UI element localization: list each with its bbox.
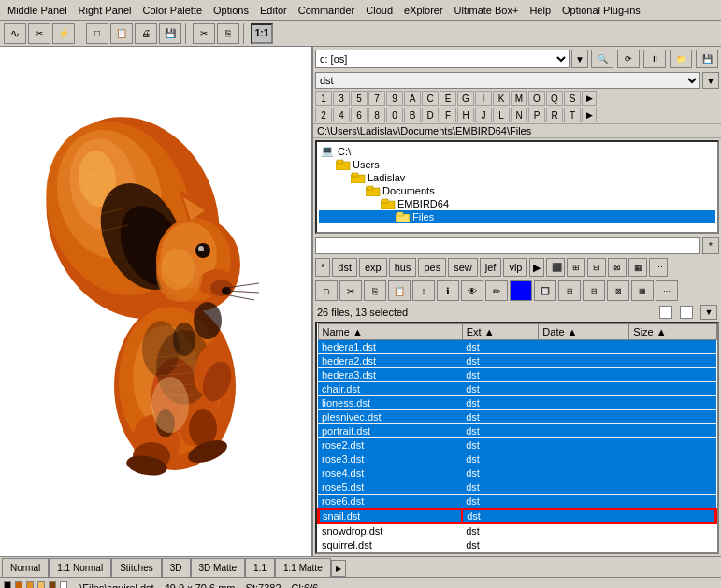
drive-icon1[interactable]: 🔍 <box>591 50 613 68</box>
num-M[interactable]: M <box>511 91 527 106</box>
tb2-icon4[interactable]: ▦ <box>631 280 654 301</box>
ext-sew-btn[interactable]: sew <box>448 258 478 277</box>
table-row[interactable]: snail.dstdst <box>318 509 716 523</box>
tb2-scissors-btn[interactable]: ✂ <box>339 280 362 301</box>
tb2-move-btn[interactable]: ↕ <box>412 280 435 301</box>
ext-arrow-btn[interactable]: ▼ <box>702 72 719 89</box>
num-S[interactable]: S <box>564 91 581 106</box>
num-A[interactable]: A <box>404 91 421 106</box>
filter-input[interactable] <box>315 237 700 254</box>
drive-icon4[interactable]: 📁 <box>670 50 692 68</box>
ext-select[interactable]: dst <box>315 72 700 89</box>
num-6[interactable]: 6 <box>351 108 368 122</box>
drive-icon2[interactable]: ⟳ <box>617 50 640 68</box>
tb2-edit-btn[interactable]: ✏ <box>485 280 508 301</box>
num-5[interactable]: 5 <box>351 91 368 106</box>
tree-item-documents[interactable]: Documents <box>319 184 715 197</box>
num-9[interactable]: 9 <box>386 91 403 106</box>
menu-ultimatebox[interactable]: Ultimate Box+ <box>449 3 525 18</box>
table-row[interactable]: hedera2.dstdst <box>318 354 716 368</box>
view-icon2[interactable]: ⊞ <box>567 258 585 277</box>
num-4[interactable]: 4 <box>333 108 350 122</box>
table-row[interactable]: rose5.dstdst <box>318 480 716 495</box>
ext-pes-btn[interactable]: pes <box>418 258 446 277</box>
num-H[interactable]: H <box>457 108 474 122</box>
menu-right-panel[interactable]: Right Panel <box>73 3 137 18</box>
num-O[interactable]: O <box>528 91 545 106</box>
toolbar-cursor-btn[interactable]: ✂ <box>28 23 50 44</box>
toolbar-cut-btn[interactable]: ✂ <box>193 23 215 44</box>
table-row[interactable]: portrait.dstdst <box>318 424 716 438</box>
num-3[interactable]: 3 <box>333 91 350 106</box>
ext-vip-btn[interactable]: vip <box>503 258 527 277</box>
tb2-color2[interactable]: 🔲 <box>534 280 556 301</box>
tab-1to1[interactable]: 1:1 <box>245 558 275 577</box>
drive-icon5[interactable]: 💾 <box>696 50 718 68</box>
tb2-paste-btn[interactable]: 📋 <box>388 280 411 301</box>
checkbox2[interactable] <box>680 306 693 319</box>
num-8[interactable]: 8 <box>368 108 385 122</box>
drive-icon3[interactable]: ⏸ <box>643 50 666 68</box>
col-date[interactable]: Date ▲ <box>539 324 629 340</box>
tb2-info-btn[interactable]: ℹ <box>437 280 459 301</box>
tb2-icon2[interactable]: ⊟ <box>583 280 605 301</box>
num-L[interactable]: L <box>493 108 510 122</box>
num-B[interactable]: B <box>404 108 421 122</box>
toolbar-save-btn[interactable]: 💾 <box>159 23 181 44</box>
table-row[interactable]: rose3.dstdst <box>318 452 716 466</box>
tb2-icon3[interactable]: ⊠ <box>607 280 629 301</box>
table-row[interactable]: squirrel.dstdst <box>318 538 716 552</box>
view-icon4[interactable]: ⊠ <box>608 258 627 277</box>
tab-stitches[interactable]: Stitches <box>111 558 162 577</box>
table-row[interactable]: rose4.dstdst <box>318 466 716 480</box>
table-row[interactable]: rose6.dstdst <box>318 495 716 509</box>
num-Q[interactable]: Q <box>546 91 563 106</box>
toolbar-wave-btn[interactable]: ∿ <box>4 23 26 44</box>
num-E[interactable]: E <box>440 91 456 106</box>
ext-hus-btn[interactable]: hus <box>389 258 417 277</box>
num-row1-arrow[interactable]: ▶ <box>582 91 597 106</box>
num-I[interactable]: I <box>475 91 492 106</box>
num-K[interactable]: K <box>493 91 510 106</box>
toolbar-magic-btn[interactable]: ⚡ <box>52 23 75 44</box>
num-C[interactable]: C <box>422 91 439 106</box>
tb2-icon5[interactable]: ⋯ <box>656 280 678 301</box>
num-G[interactable]: G <box>457 91 474 106</box>
tab-3d[interactable]: 3D <box>162 558 191 577</box>
menu-explorer[interactable]: eXplorer <box>398 3 449 18</box>
col-ext[interactable]: Ext ▲ <box>462 324 539 340</box>
num-P[interactable]: P <box>528 108 545 122</box>
checkbox1[interactable] <box>659 306 672 319</box>
toolbar-open-btn[interactable]: 📋 <box>110 23 133 44</box>
menu-help[interactable]: Help <box>524 3 556 18</box>
table-row[interactable]: hedera3.dstdst <box>318 368 716 382</box>
num-2[interactable]: 2 <box>315 108 332 122</box>
file-table-container[interactable]: Name ▲ Ext ▲ Date ▲ Size ▲ hedera1.dstds… <box>315 322 719 554</box>
table-row[interactable]: hedera1.dstdst <box>318 340 716 354</box>
table-row[interactable]: rose2.dstdst <box>318 438 716 452</box>
sort-dropdown-btn[interactable]: ▼ <box>700 305 717 320</box>
view-icon1[interactable]: ⬛ <box>546 258 565 277</box>
num-T[interactable]: T <box>564 108 581 122</box>
tab-1to1-normal[interactable]: 1:1 Normal <box>49 558 111 577</box>
num-0[interactable]: 0 <box>386 108 403 122</box>
col-size[interactable]: Size ▲ <box>629 324 716 340</box>
menu-options[interactable]: Options <box>208 3 254 18</box>
tb2-color1[interactable] <box>510 280 532 301</box>
num-1[interactable]: 1 <box>315 91 332 106</box>
tb2-icon1[interactable]: ⊞ <box>558 280 581 301</box>
menu-plugins[interactable]: Optional Plug-ins <box>556 3 646 18</box>
tree-item-users[interactable]: Users <box>319 158 715 171</box>
filter-star-btn[interactable]: * <box>702 237 719 254</box>
table-row[interactable]: plesnivec.dstdst <box>318 410 716 424</box>
tab-normal[interactable]: Normal <box>2 558 49 577</box>
tb2-view-btn[interactable]: 👁 <box>461 280 483 301</box>
ext-dst-btn[interactable]: dst <box>332 258 357 277</box>
menu-commander[interactable]: Commander <box>293 3 361 18</box>
toolbar-1to1-btn[interactable]: 1:1 <box>251 23 273 44</box>
tb2-copy-btn[interactable]: ⎘ <box>364 280 386 301</box>
tree-item-files[interactable]: Files <box>319 210 715 223</box>
num-7[interactable]: 7 <box>368 91 385 106</box>
num-R[interactable]: R <box>546 108 563 122</box>
table-row[interactable]: chair.dstdst <box>318 382 716 396</box>
